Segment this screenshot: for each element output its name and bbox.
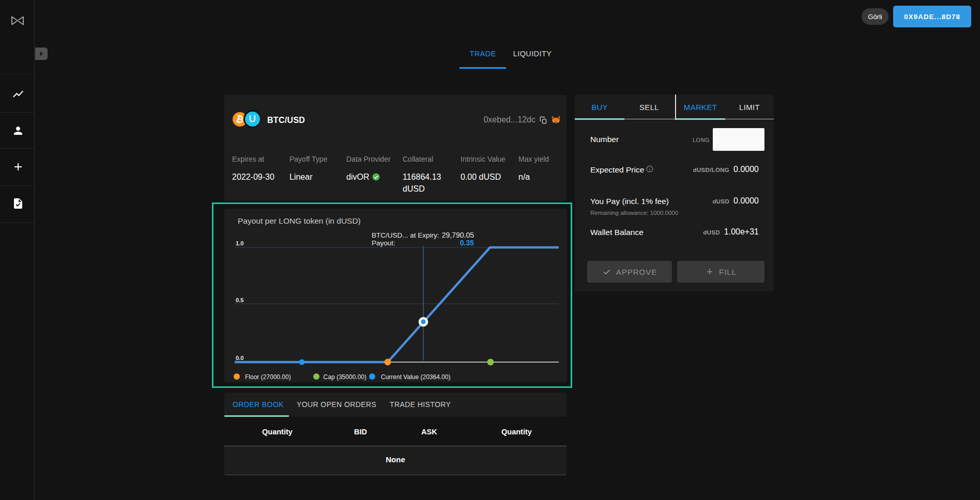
svg-text:Cap (35000.00): Cap (35000.00) xyxy=(324,373,366,381)
svg-text:Current Value (20364.00): Current Value (20364.00) xyxy=(381,373,451,381)
svg-text:0.0: 0.0 xyxy=(236,355,243,361)
svg-text:Floor (27000.00): Floor (27000.00) xyxy=(245,373,291,381)
svg-text:1.0: 1.0 xyxy=(236,240,243,246)
svg-text:0.5: 0.5 xyxy=(236,297,243,303)
